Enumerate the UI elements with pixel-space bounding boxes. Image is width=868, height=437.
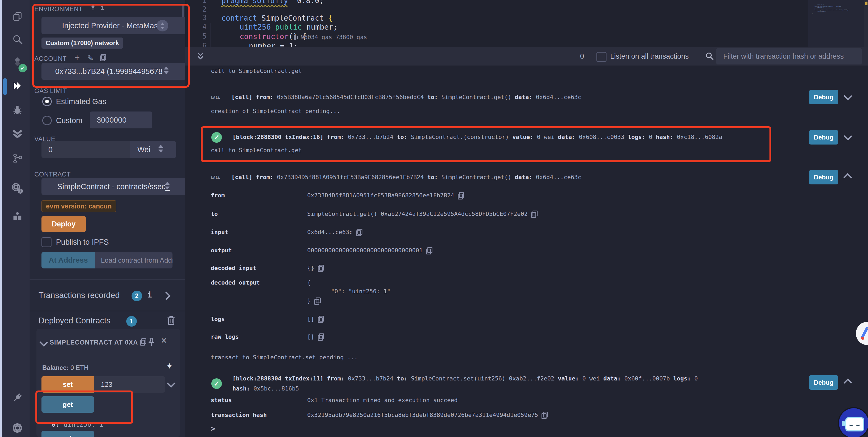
deploy-button[interactable]: Deploy <box>41 216 86 232</box>
debug-button[interactable]: Debug <box>809 130 838 145</box>
robot-ear <box>842 421 845 426</box>
environment-stepper-icon[interactable] <box>157 20 168 31</box>
publish-ipfs-label: Publish to IPFS <box>56 238 109 247</box>
terminal-prompt[interactable]: > <box>211 424 215 433</box>
sidebar-item-search[interactable] <box>11 34 23 45</box>
balance-value: 0 ETH <box>70 364 89 371</box>
detail-label: from <box>211 192 225 199</box>
account-select-value: 0x733...b7B24 (1.99994495678 <box>55 67 162 76</box>
debug-button[interactable]: Debug <box>809 170 838 184</box>
get-output: 0: uint256: 1 <box>52 420 103 428</box>
copy-icon[interactable] <box>318 316 324 323</box>
clear-contracts-trash-icon[interactable] <box>166 315 176 325</box>
card-close-icon[interactable]: × <box>161 335 167 346</box>
code-token: contract <box>221 14 257 23</box>
copy-icon[interactable] <box>314 298 321 305</box>
copy-icon[interactable] <box>531 211 537 218</box>
environment-select[interactable]: Injected Provider - MetaMask <box>41 17 193 34</box>
copy-icon[interactable] <box>318 265 324 272</box>
debug-button[interactable]: Debug <box>809 375 838 390</box>
detail-label: decoded output <box>211 279 260 286</box>
sidebar-item-source-control[interactable] <box>11 153 23 164</box>
account-copy-icon[interactable] <box>100 54 106 61</box>
sidebar-item-learn[interactable] <box>11 211 23 222</box>
contract-label: CONTRACT <box>34 171 70 178</box>
detail-label: to <box>211 211 218 217</box>
debug-button[interactable]: Debug <box>809 90 838 104</box>
code-line-3[interactable]: contract SimpleContract { <box>221 14 333 23</box>
value-input[interactable] <box>41 141 130 158</box>
code-line-4[interactable]: uint256 public number; <box>240 23 338 31</box>
call-tag: CALL <box>211 175 220 180</box>
account-stepper-icon[interactable] <box>164 67 168 74</box>
copy-icon[interactable] <box>541 412 548 419</box>
editor-scroll-column[interactable] <box>864 0 868 47</box>
detail-value: [] <box>307 334 324 341</box>
code-editor: 1 2 3 4 5 6 pragma solidity ^0.8.0; cont… <box>185 0 868 47</box>
gear-icon <box>11 422 23 434</box>
collapse-terminal-icon[interactable] <box>196 52 205 61</box>
call-tag: CALL <box>211 95 220 100</box>
minimap-code: number = 1; } function set(uint256 x) pu… <box>812 1 867 17</box>
detail-value: {} <box>307 265 324 272</box>
card-pin-icon[interactable] <box>147 337 156 347</box>
terminal-search-icon[interactable] <box>705 51 714 61</box>
transactions-info-icon[interactable]: i <box>147 291 152 299</box>
active-tab-indicator <box>3 78 7 95</box>
value-unit-select[interactable]: Wei <box>130 141 176 158</box>
gears-icon <box>11 182 23 194</box>
environment-info-icon[interactable]: i <box>100 4 104 12</box>
log-line: call to SimpleContract.get <box>211 147 302 154</box>
publish-ipfs-checkbox[interactable] <box>41 237 52 247</box>
book-icon <box>11 211 23 222</box>
account-add-icon[interactable]: + <box>74 52 80 63</box>
listen-all-checkbox[interactable] <box>596 52 607 62</box>
copy-icon[interactable] <box>458 192 464 199</box>
set-arg-input[interactable] <box>94 376 165 393</box>
robot-face-icon <box>845 417 864 432</box>
environment-label: ENVIRONMENT <box>34 5 83 13</box>
value-unit-stepper-icon[interactable] <box>158 145 163 152</box>
gas-estimate-text: 96034 gas 73800 gas <box>301 34 367 40</box>
sidebar-item-debugger[interactable] <box>11 104 23 116</box>
at-address-input[interactable] <box>95 252 173 269</box>
contract-stepper-icon[interactable] <box>165 182 169 189</box>
transaction-filter-input[interactable] <box>716 48 862 64</box>
copy-icon[interactable] <box>318 334 324 341</box>
sidebar-item-plugin-manager[interactable] <box>11 392 23 403</box>
account-edit-icon[interactable]: ✎ <box>87 53 94 63</box>
custom-gas-radio[interactable] <box>42 116 52 125</box>
code-token: number; <box>302 23 338 31</box>
environment-plug-icon[interactable] <box>89 3 97 11</box>
sidebar-item-unit-testing[interactable] <box>11 128 23 139</box>
overview-ruler-warning-mark <box>865 2 867 5</box>
card-copy-icon[interactable] <box>140 338 146 346</box>
editor-minimap[interactable]: number = 1; } function set(uint256 x) pu… <box>808 0 864 47</box>
copy-icon[interactable] <box>426 247 432 254</box>
get-function-button[interactable]: get <box>41 396 94 413</box>
line-number: 5 <box>195 32 207 40</box>
line-number: 3 <box>195 14 207 22</box>
detail-value: "0": "uint256: 1" <box>331 288 391 294</box>
git-branch-icon <box>11 153 23 164</box>
sidebar-item-deploy-and-run[interactable] <box>11 80 23 92</box>
copy-icon[interactable] <box>356 229 363 236</box>
estimated-gas-radio[interactable] <box>42 97 52 106</box>
code-line-1[interactable]: pragma solidity ^0.8.0; <box>221 0 324 5</box>
ai-assistant-button[interactable] <box>839 408 868 437</box>
sparkles-icon[interactable]: ✦ <box>166 361 173 371</box>
at-address-button[interactable]: At Address <box>41 252 95 269</box>
sidebar-item-file-explorer[interactable] <box>11 11 23 23</box>
set-function-button[interactable]: set <box>41 376 94 393</box>
custom-gas-input[interactable] <box>90 112 152 128</box>
sidebar-item-plugin-settings[interactable] <box>11 182 23 194</box>
network-badge: Custom (17000) network <box>41 37 123 49</box>
transactions-expand-icon[interactable] <box>162 291 170 300</box>
tx-success-check-icon: ✓ <box>211 132 222 143</box>
number-function-button[interactable]: number <box>41 431 94 437</box>
code-token: { <box>328 14 333 23</box>
card-title: SIMPLECONTRACT AT 0XA <box>50 339 138 346</box>
transactions-recorded-count-badge: 2 <box>131 291 142 301</box>
icon-sidebar: ✓ <box>2 0 30 437</box>
sidebar-item-settings[interactable] <box>11 422 23 434</box>
